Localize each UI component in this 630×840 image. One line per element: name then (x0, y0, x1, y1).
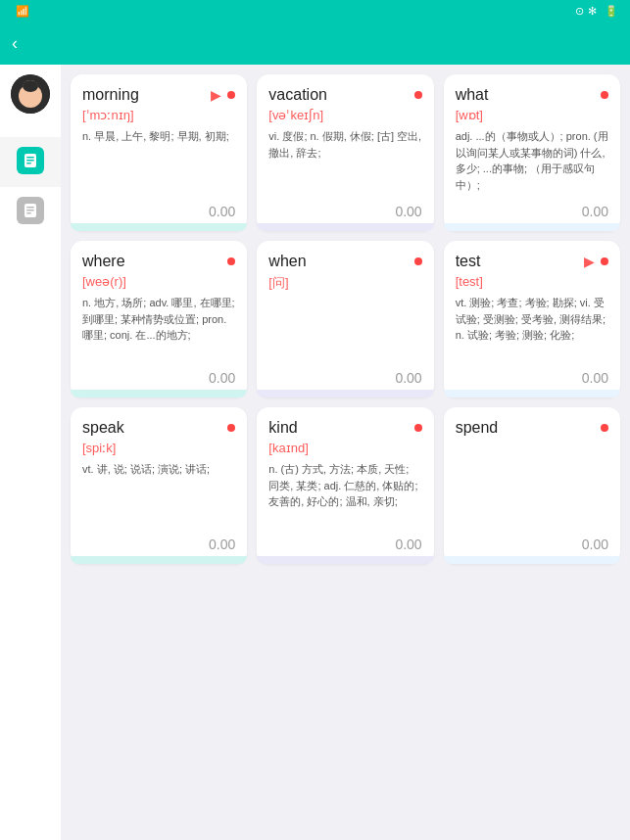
svg-rect-10 (26, 210, 34, 211)
card-score: 0.00 (456, 370, 608, 386)
card-header: morning ▶ (82, 86, 235, 104)
status-dot (601, 91, 608, 99)
sidebar-item-homework[interactable] (0, 137, 61, 187)
sidebar (0, 65, 61, 840)
phonetic: [ˈmɔːnɪŋ] (82, 108, 235, 122)
card-bottom-bar (444, 223, 620, 231)
card-header: spend (456, 419, 608, 437)
card-score: 0.00 (456, 537, 608, 552)
definition: adj. ...的（事物或人）; pron. (用以询问某人或某事物的词) 什么… (456, 128, 608, 198)
status-dot (227, 257, 235, 265)
card-score: 0.00 (268, 537, 421, 552)
card-icons (414, 257, 422, 265)
word-text: kind (268, 419, 297, 437)
card-score: 0.00 (82, 204, 235, 219)
card-icons: ▶ (211, 87, 235, 103)
word-card[interactable]: kind [kaɪnd] n. (古) 方式, 方法; 本质, 天性; 同类, … (257, 407, 433, 564)
word-text: morning (82, 86, 139, 104)
definition (268, 298, 421, 364)
word-text: vacation (268, 86, 327, 104)
avatar-image (11, 74, 50, 114)
card-bottom-bar (444, 556, 620, 564)
homework-icon (17, 147, 44, 174)
word-card[interactable]: where [weə(r)] n. 地方, 场所; adv. 哪里, 在哪里; … (71, 241, 247, 397)
status-dot (227, 91, 235, 99)
phonetic: [weə(r)] (82, 274, 235, 289)
card-header: test ▶ (456, 253, 608, 270)
card-header: where (82, 253, 235, 270)
phonetic: [问] (268, 274, 421, 292)
word-card[interactable]: what [wɒt] adj. ...的（事物或人）; pron. (用以询问某… (444, 74, 620, 231)
definition: n. 早晨, 上午, 黎明; 早期, 初期; (82, 128, 235, 198)
card-score: 0.00 (82, 537, 235, 552)
phonetic: [spiːk] (82, 441, 235, 455)
definition: n. 地方, 场所; adv. 哪里, 在哪里; 到哪里; 某种情势或位置; p… (82, 295, 235, 364)
nav-bar: ‹ (0, 22, 630, 65)
status-bar: 📶 ⊙ ✻ 🔋 (0, 0, 630, 22)
definition: n. (古) 方式, 方法; 本质, 天性; 同类, 某类; adj. 仁慈的,… (268, 461, 421, 531)
back-button[interactable]: ‹ (12, 33, 20, 54)
main-layout: morning ▶ [ˈmɔːnɪŋ] n. 早晨, 上午, 黎明; 早期, 初… (0, 65, 630, 840)
status-right: ⊙ ✻ 🔋 (575, 5, 618, 18)
definition: vi. 度假; n. 假期, 休假; [古] 空出, 撤出, 辞去; (268, 128, 421, 198)
avatar[interactable] (11, 74, 50, 114)
status-dot (414, 424, 422, 432)
card-icons (414, 424, 422, 432)
card-bottom-bar (71, 390, 247, 397)
play-icon[interactable]: ▶ (211, 87, 221, 103)
card-bottom-bar (71, 223, 247, 231)
word-text: when (268, 253, 306, 270)
status-dot (601, 424, 608, 432)
status-left: 📶 (12, 5, 29, 18)
word-text: test (456, 253, 481, 270)
card-header: vacation (268, 86, 421, 104)
definition: vt. 测验; 考查; 考验; 勘探; vi. 受试验; 受测验; 受考验, 测… (456, 295, 608, 364)
word-card[interactable]: speak [spiːk] vt. 讲, 说; 说话; 演说; 讲话; 0.00 (71, 407, 247, 564)
card-header: when (268, 253, 421, 270)
definition: vt. 讲, 说; 说话; 演说; 讲话; (82, 461, 235, 531)
card-bottom-bar (444, 390, 620, 397)
bluetooth-icon: ✻ (588, 5, 597, 18)
status-dot (227, 424, 235, 432)
card-icons (601, 91, 608, 99)
word-grid: morning ▶ [ˈmɔːnɪŋ] n. 早晨, 上午, 黎明; 早期, 初… (61, 65, 630, 840)
svg-point-3 (23, 80, 38, 92)
word-card[interactable]: morning ▶ [ˈmɔːnɪŋ] n. 早晨, 上午, 黎明; 早期, 初… (71, 74, 247, 231)
word-card[interactable]: spend 0.00 (444, 407, 620, 564)
wifi-icon: 📶 (16, 5, 29, 18)
card-icons (227, 424, 235, 432)
phonetic: [wɒt] (456, 108, 608, 122)
svg-rect-5 (26, 157, 34, 159)
card-bottom-bar (257, 390, 433, 397)
status-dot (414, 91, 422, 99)
card-score: 0.00 (268, 204, 421, 219)
phonetic: [vəˈkeɪʃn] (268, 108, 421, 122)
status-dot (601, 257, 608, 265)
word-card[interactable]: when [问] 0.00 (257, 241, 433, 397)
card-score: 0.00 (456, 204, 608, 219)
definition (456, 441, 608, 531)
svg-rect-6 (26, 160, 34, 162)
card-bottom-bar (257, 556, 433, 564)
card-icons (227, 257, 235, 265)
battery-icon: 🔋 (605, 5, 618, 18)
back-chevron-icon: ‹ (12, 33, 18, 54)
card-score: 0.00 (268, 370, 421, 386)
svg-rect-9 (26, 207, 34, 209)
word-text: speak (82, 419, 124, 437)
play-icon[interactable]: ▶ (584, 254, 595, 269)
svg-rect-11 (26, 212, 31, 214)
exam-icon (17, 197, 44, 224)
word-text: where (82, 253, 125, 270)
card-header: kind (268, 419, 421, 437)
word-text: what (456, 86, 489, 104)
word-card[interactable]: test ▶ [test] vt. 测验; 考查; 考验; 勘探; vi. 受试… (444, 241, 620, 397)
card-score: 0.00 (82, 370, 235, 386)
word-card[interactable]: vacation [vəˈkeɪʃn] vi. 度假; n. 假期, 休假; [… (257, 74, 433, 231)
word-text: spend (456, 419, 499, 437)
phonetic: [test] (456, 274, 608, 289)
card-header: speak (82, 419, 235, 437)
sidebar-item-exam[interactable] (0, 187, 61, 237)
location-icon: ⊙ (575, 5, 584, 18)
svg-rect-7 (26, 163, 31, 164)
